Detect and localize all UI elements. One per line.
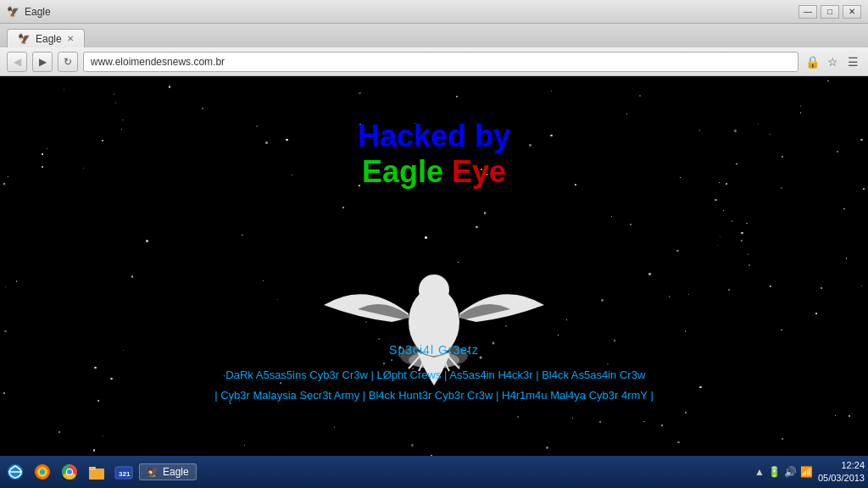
svg-text:321: 321	[119, 470, 131, 478]
taskbar-eagle-app[interactable]: 🦅 Eagle	[139, 463, 197, 480]
title-bar-left: 🦅 Eagle	[7, 6, 51, 18]
bookmark-icon[interactable]: ☆	[824, 53, 841, 70]
tab-label: Eagle	[36, 33, 62, 45]
system-clock[interactable]: 12:24 05/03/2013	[818, 459, 865, 485]
tab-bar: 🦅 Eagle ✕	[0, 24, 868, 47]
refresh-icon: ↻	[64, 56, 72, 68]
window-controls[interactable]: — □ ✕	[798, 5, 861, 19]
hacked-by-text: Hacked by	[358, 119, 510, 153]
clock-date: 05/03/2013	[818, 472, 865, 485]
window-title: Eagle	[25, 6, 51, 18]
firefox-icon[interactable]	[31, 460, 54, 484]
svg-point-11	[378, 338, 380, 340]
folder-icon[interactable]	[85, 460, 108, 484]
minimize-button[interactable]: —	[798, 5, 817, 19]
crew-line-2: | Cyb3r Malaysia Secr3t Army | Bl4ck Hun…	[0, 385, 868, 405]
eagle-text: Eagle	[362, 154, 443, 189]
title-bar: 🦅 Eagle — □ ✕	[0, 0, 868, 24]
tab-close-button[interactable]: ✕	[67, 34, 74, 43]
back-icon: ◀	[14, 56, 21, 68]
eye-text: Eye	[443, 154, 506, 189]
main-content: Hacked by Eagle Eye	[0, 76, 868, 456]
hacked-by-line: Hacked by	[0, 119, 868, 154]
browser-window: 🦅 Eagle — □ ✕ 🦅 Eagle ✕ ◀ ▶ ↻ www.eloime…	[0, 0, 868, 488]
svg-rect-24	[89, 467, 96, 470]
media-player-icon[interactable]: 321	[112, 460, 136, 484]
close-button[interactable]: ✕	[843, 5, 861, 19]
crew-line-1: ·DaRk A5sas5ins Cyb3r Cr3w | LØpht Crews…	[0, 365, 868, 385]
chrome-icon[interactable]	[58, 460, 81, 484]
system-tray-icons: ▲ 🔋 🔊 📶	[754, 466, 813, 478]
svg-point-13	[365, 321, 367, 323]
svg-point-22	[67, 469, 72, 474]
browser-actions: 🔒 ☆ ☰	[804, 53, 861, 70]
start-ie-icon[interactable]	[3, 460, 27, 484]
tray-volume-icon[interactable]: 🔊	[784, 466, 797, 478]
refresh-button[interactable]: ↻	[58, 52, 78, 72]
clock-time: 12:24	[818, 459, 865, 472]
taskbar-app-label: Eagle	[163, 466, 189, 478]
tray-show-hidden-icon[interactable]: ▲	[754, 466, 765, 478]
svg-point-19	[40, 469, 45, 474]
taskbar-app-icon: 🦅	[147, 466, 159, 478]
browser-favicon: 🦅	[7, 6, 19, 18]
security-icon[interactable]: 🔒	[804, 53, 821, 70]
taskbar-left: 321 🦅 Eagle	[3, 460, 197, 484]
hacked-text-block: Hacked by Eagle Eye	[0, 119, 868, 190]
bottom-text-block: Sp3ci4l Gr3etz ·DaRk A5sas5ins Cyb3r Cr3…	[0, 343, 868, 405]
eagle-eye-line: Eagle Eye	[0, 154, 868, 190]
tray-network-wifi-icon[interactable]: 📶	[800, 466, 813, 478]
forward-icon: ▶	[39, 56, 47, 68]
browser-tab[interactable]: 🦅 Eagle ✕	[7, 29, 85, 47]
tray-network-icon[interactable]: 🔋	[768, 466, 781, 478]
menu-icon[interactable]: ☰	[844, 53, 861, 70]
taskbar-right: ▲ 🔋 🔊 📶 12:24 05/03/2013	[754, 459, 865, 485]
back-button[interactable]: ◀	[7, 52, 27, 72]
tab-favicon: 🦅	[18, 33, 31, 45]
maximize-button[interactable]: □	[821, 5, 839, 19]
svg-point-14	[505, 325, 507, 327]
special-greet-text: Sp3ci4l Gr3etz	[0, 343, 868, 357]
taskbar: 321 🦅 Eagle ▲ 🔋 🔊 📶 12:24 05/03/2013	[0, 456, 868, 488]
url-text: www.eloimendesnews.com.br	[91, 56, 225, 68]
forward-button[interactable]: ▶	[32, 52, 53, 72]
nav-bar: ◀ ▶ ↻ www.eloimendesnews.com.br 🔒 ☆ ☰	[0, 47, 868, 76]
address-bar[interactable]: www.eloimendesnews.com.br	[83, 52, 798, 72]
